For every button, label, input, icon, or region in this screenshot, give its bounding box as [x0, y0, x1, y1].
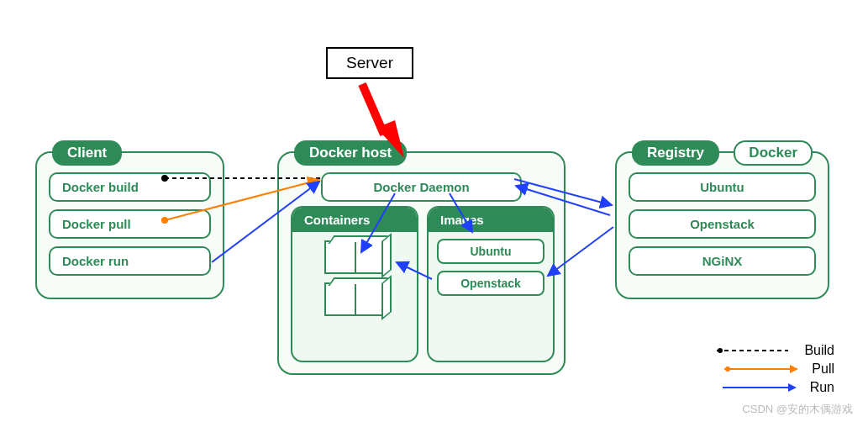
svg-line-10: [362, 84, 384, 135]
svg-point-3: [725, 367, 730, 372]
cmd-docker-run: Docker run: [49, 246, 211, 276]
svg-point-1: [718, 348, 723, 353]
legend-run-text: Run: [810, 380, 834, 395]
server-annotation-text: Server: [346, 54, 393, 71]
container-icon: [324, 282, 385, 316]
legend: Build Pull Run: [717, 340, 834, 398]
registry-panel: Registry Docker Ubuntu Openstack NGiNX: [615, 151, 829, 299]
registry-title: Registry: [632, 140, 719, 166]
host-panel: Docker host Docker Daemon Containers Ima…: [277, 151, 566, 375]
client-title: Client: [52, 140, 122, 166]
image-ubuntu: Ubuntu: [437, 239, 544, 264]
client-panel: Client Docker build Docker pull Docker r…: [35, 151, 224, 299]
cmd-docker-build: Docker build: [49, 172, 211, 202]
legend-run: Run: [717, 380, 834, 395]
svg-marker-4: [790, 365, 798, 373]
registry-openstack: Openstack: [629, 209, 816, 239]
cmd-docker-pull: Docker pull: [49, 209, 211, 239]
legend-pull-text: Pull: [812, 361, 834, 377]
registry-ubuntu: Ubuntu: [629, 172, 816, 202]
images-title: Images: [429, 208, 553, 232]
legend-build: Build: [717, 343, 834, 358]
images-panel: Images Ubuntu Openstack: [427, 206, 555, 362]
registry-nginx: NGiNX: [629, 246, 816, 276]
legend-build-text: Build: [804, 343, 834, 358]
registry-badge: Docker: [734, 140, 813, 166]
legend-pull: Pull: [717, 361, 834, 377]
host-title: Docker host: [294, 140, 407, 166]
image-openstack: Openstack: [437, 271, 544, 296]
containers-title: Containers: [292, 208, 417, 232]
container-icon: [324, 240, 385, 274]
containers-panel: Containers: [291, 206, 418, 362]
server-annotation: Server: [326, 47, 413, 79]
svg-marker-6: [788, 383, 797, 392]
watermark: CSDN @安的木偶游戏: [742, 402, 853, 417]
docker-daemon-box: Docker Daemon: [321, 172, 522, 202]
